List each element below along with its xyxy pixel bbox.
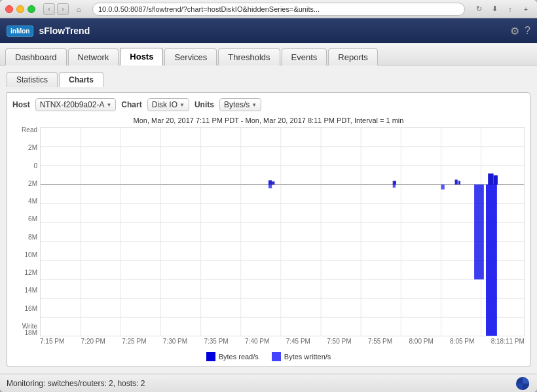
chart-area: Mon, Mar 20, 2017 7:11 PM PDT - Mon, Mar…: [12, 116, 525, 361]
svg-rect-23: [272, 181, 274, 185]
minimize-button[interactable]: [16, 5, 24, 13]
tab-services[interactable]: Services: [164, 48, 217, 65]
chart-body: Read 2M 0 2M 4M 6M 8M 10M 12M 14M 16M Wr…: [12, 127, 525, 349]
address-text: 10.0.0.50:8087/sflowtrend/?chart=hostDis…: [98, 5, 320, 13]
forward-button[interactable]: ›: [57, 3, 69, 15]
sub-tab-statistics[interactable]: Statistics: [7, 72, 58, 87]
help-icon[interactable]: ?: [525, 25, 530, 37]
y-label-0: 0: [12, 163, 37, 169]
title-bar: ‹ › ⌂ 10.0.0.50:8087/sflowtrend/?chart=h…: [0, 0, 537, 18]
status-bar: Monitoring: switches/routers: 2, hosts: …: [0, 374, 537, 392]
address-bar[interactable]: 10.0.0.50:8087/sflowtrend/?chart=hostDis…: [92, 3, 465, 16]
svg-rect-22: [268, 180, 272, 185]
legend-item-write: Bytes written/s: [272, 352, 331, 361]
x-label-725: 7:25 PM: [122, 338, 146, 349]
back-button[interactable]: ‹: [43, 3, 55, 15]
y-label-read: Read: [12, 127, 37, 134]
chart-plot-area: 7:15 PM 7:20 PM 7:25 PM 7:30 PM 7:35 PM …: [40, 127, 525, 349]
legend-label-write: Bytes written/s: [284, 353, 331, 361]
x-label-805: 8:05 PM: [450, 338, 474, 349]
units-arrow-icon: ▼: [251, 102, 257, 108]
browser-window: ‹ › ⌂ 10.0.0.50:8087/sflowtrend/?chart=h…: [0, 0, 537, 392]
home-icon[interactable]: ⌂: [73, 3, 84, 15]
tab-reports[interactable]: Reports: [328, 48, 378, 65]
units-value: Bytes/s: [224, 100, 250, 109]
svg-rect-24: [393, 181, 396, 185]
host-value: NTNX-f20b9a02-A: [40, 100, 105, 109]
legend-label-read: Bytes read/s: [219, 353, 259, 361]
status-icon: [515, 376, 530, 391]
svg-rect-35: [272, 352, 281, 361]
units-select[interactable]: Bytes/s ▼: [219, 98, 261, 111]
new-tab-icon[interactable]: +: [520, 3, 532, 15]
svg-rect-30: [474, 185, 484, 279]
chart-panel: Host NTNX-f20b9a02-A ▼ Chart Disk IO ▼ U…: [7, 92, 530, 367]
chart-controls: Host NTNX-f20b9a02-A ▼ Chart Disk IO ▼ U…: [12, 98, 525, 111]
y-label-2m: 2M: [12, 181, 37, 187]
x-label-740: 7:40 PM: [245, 338, 269, 349]
share-icon[interactable]: ↑: [504, 3, 516, 15]
x-label-800: 8:00 PM: [409, 338, 433, 349]
chart-type-select[interactable]: Disk IO ▼: [147, 98, 189, 111]
y-label-write-18m: Write 18M: [12, 323, 37, 336]
y-label-14m: 14M: [12, 287, 37, 294]
y-label-12m: 12M: [12, 270, 37, 276]
app-logo: inMon: [7, 26, 33, 37]
y-label-16m: 16M: [12, 306, 37, 312]
x-label-735: 7:35 PM: [204, 338, 228, 349]
host-label: Host: [12, 100, 30, 109]
host-arrow-icon: ▼: [106, 102, 111, 108]
y-axis: Read 2M 0 2M 4M 6M 8M 10M 12M 14M 16M Wr…: [12, 127, 40, 349]
close-button[interactable]: [5, 5, 13, 13]
download-icon[interactable]: ⬇: [489, 3, 500, 15]
refresh-icon[interactable]: ↻: [473, 3, 485, 15]
svg-rect-28: [494, 175, 498, 185]
chart-title: Mon, Mar 20, 2017 7:11 PM PDT - Mon, Mar…: [12, 116, 525, 124]
svg-rect-27: [488, 173, 493, 185]
tab-network[interactable]: Network: [68, 48, 119, 65]
x-label-818: 8:18:11 PM: [491, 338, 525, 349]
x-label-750: 7:50 PM: [327, 338, 351, 349]
svg-rect-25: [455, 180, 458, 185]
host-select[interactable]: NTNX-f20b9a02-A ▼: [35, 98, 117, 111]
chart-svg: [41, 128, 524, 336]
sub-nav: Statistics Charts: [7, 72, 530, 87]
tab-hosts[interactable]: Hosts: [120, 48, 163, 65]
chart-label: Chart: [121, 100, 141, 109]
app-container: inMon sFlowTrend ⚙ ? Dashboard Network H…: [0, 18, 537, 392]
chart-type-value: Disk IO: [152, 100, 177, 109]
y-label-2m-top: 2M: [12, 145, 37, 151]
app-title: sFlowTrend: [39, 26, 90, 36]
chart-arrow-icon: ▼: [179, 102, 185, 108]
svg-rect-33: [393, 185, 396, 188]
x-label-745: 7:45 PM: [286, 338, 310, 349]
chart-legend: Bytes read/s Bytes written/s: [12, 352, 525, 361]
svg-rect-26: [458, 181, 460, 185]
settings-icon[interactable]: ⚙: [510, 25, 519, 37]
app-header: inMon sFlowTrend ⚙ ?: [0, 18, 537, 43]
x-label-730: 7:30 PM: [163, 338, 187, 349]
legend-swatch-write: [272, 352, 281, 361]
legend-swatch-read: [206, 352, 215, 361]
x-label-755: 7:55 PM: [368, 338, 392, 349]
main-nav: Dashboard Network Hosts Services Thresho…: [0, 43, 537, 65]
units-label: Units: [194, 100, 214, 109]
sub-tab-charts[interactable]: Charts: [59, 72, 103, 87]
x-axis: 7:15 PM 7:20 PM 7:25 PM 7:30 PM 7:35 PM …: [40, 336, 525, 349]
y-label-4m: 4M: [12, 198, 37, 205]
svg-rect-32: [268, 185, 272, 188]
y-label-10m: 10M: [12, 252, 37, 258]
page-content: Statistics Charts Host NTNX-f20b9a02-A ▼…: [0, 65, 537, 374]
maximize-button[interactable]: [28, 5, 35, 13]
svg-rect-34: [206, 352, 215, 361]
chart-grid: [40, 127, 525, 336]
status-text: Monitoring: switches/routers: 2, hosts: …: [7, 379, 145, 388]
tab-dashboard[interactable]: Dashboard: [5, 48, 67, 65]
x-label-715: 7:15 PM: [40, 338, 64, 349]
nav-buttons: ‹ ›: [43, 3, 69, 15]
tab-events[interactable]: Events: [282, 48, 327, 65]
tab-thresholds[interactable]: Thresholds: [218, 48, 280, 65]
svg-rect-29: [486, 185, 497, 336]
x-label-720: 7:20 PM: [81, 338, 105, 349]
legend-item-read: Bytes read/s: [206, 352, 259, 361]
